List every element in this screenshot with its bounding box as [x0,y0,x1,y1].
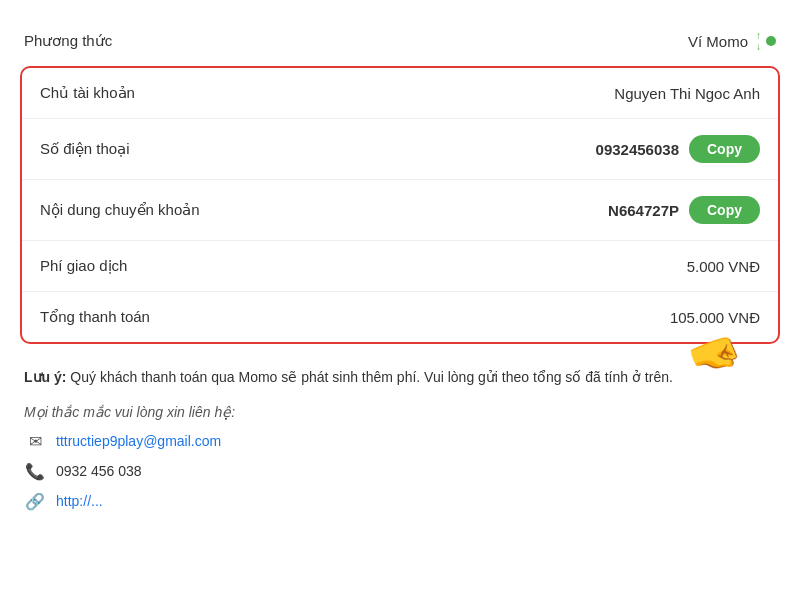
account-owner-row: Chủ tài khoản Nguyen Thi Ngoc Anh [22,68,778,119]
total-value: 105.000 VNĐ [670,309,760,326]
contact-email-item: ✉ tttructiep9play@gmail.com [24,430,776,452]
note-text: Quý khách thanh toán qua Momo sẽ phát si… [70,369,673,385]
contact-heading: Mọi thắc mắc vui lòng xin liên hệ: [24,404,776,420]
fee-label: Phí giao dịch [40,257,127,275]
header-row: Phương thức Ví Momo ↑ ↓ [20,20,780,66]
account-owner-label: Chủ tài khoản [40,84,135,102]
momo-status-dot [766,36,776,46]
transfer-content-value: N664727P [608,202,679,219]
phone-label: Số điện thoại [40,140,130,158]
phone-contact-icon: 📞 [24,460,46,482]
page-wrapper: Phương thức Ví Momo ↑ ↓ Chủ tài khoản Ng… [20,20,780,524]
total-row: Tổng thanh toán 105.000 VNĐ [22,292,778,342]
transfer-content-value-group: N664727P Copy [608,196,760,224]
header-right: Ví Momo ↑ ↓ [688,30,776,52]
contact-phone-item: 📞 0932 456 038 [24,460,776,482]
note-section: Lưu ý: Quý khách thanh toán qua Momo sẽ … [20,362,780,400]
email-icon: ✉ [24,430,46,452]
total-label: Tổng thanh toán [40,308,150,326]
copy-phone-button[interactable]: Copy [689,135,760,163]
header-label: Phương thức [24,32,112,50]
link-icon: 🔗 [24,490,46,512]
payment-info-card: Chủ tài khoản Nguyen Thi Ngoc Anh Số điệ… [20,66,780,344]
fee-value: 5.000 VNĐ [687,258,760,275]
note-prefix: Lưu ý: [24,369,66,385]
copy-transfer-button[interactable]: Copy [689,196,760,224]
transfer-content-label: Nội dung chuyển khoản [40,201,200,219]
contact-section: Mọi thắc mắc vui lòng xin liên hệ: ✉ ttt… [20,400,780,524]
transfer-content-row: Nội dung chuyển khoản N664727P Copy [22,180,778,241]
phone-number: 0932456038 [596,141,679,158]
fee-row: Phí giao dịch 5.000 VNĐ [22,241,778,292]
contact-link-value[interactable]: http://... [56,493,103,509]
phone-value-group: 0932456038 Copy [596,135,760,163]
payment-method-label: Ví Momo [688,33,748,50]
momo-icon: ↑ ↓ [756,30,776,52]
contact-phone-value: 0932 456 038 [56,463,142,479]
contact-link-item: 🔗 http://... [24,490,776,512]
contact-email-value[interactable]: tttructiep9play@gmail.com [56,433,221,449]
momo-arrows-icon: ↑ ↓ [756,30,761,52]
phone-row: Số điện thoại 0932456038 Copy [22,119,778,180]
account-owner-value: Nguyen Thi Ngoc Anh [614,85,760,102]
